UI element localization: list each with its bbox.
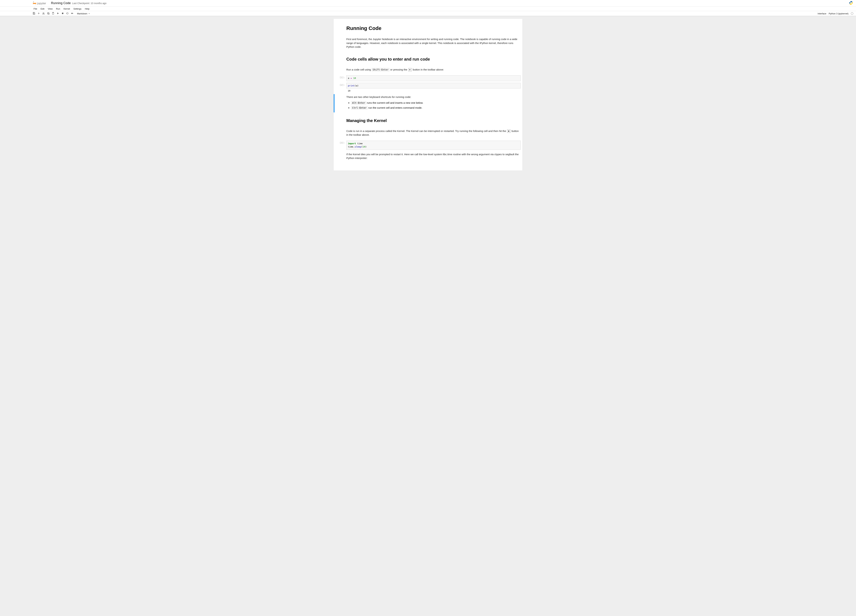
markdown-cell[interactable]: Code is run in a separate process called… [336, 128, 520, 139]
list-item: Alt-Enter runs the current cell and inse… [351, 100, 520, 105]
run-button[interactable] [56, 11, 60, 15]
text: run the current cell and enters command … [368, 106, 422, 109]
code-token: import [348, 142, 356, 145]
text: button in the toolbar above: [412, 68, 444, 71]
cell-prompt [336, 67, 346, 74]
run-instructions: Run a code cell using Shift-Enter or pre… [346, 68, 520, 72]
svg-rect-5 [33, 12, 34, 13]
code-cell[interactable]: [2]: print(a) 10 [336, 83, 520, 93]
menu-view[interactable]: View [46, 7, 54, 11]
menu-file[interactable]: File [32, 7, 39, 11]
svg-point-3 [850, 2, 851, 2]
markdown-cell[interactable]: Code cells allow you to enter and run co… [336, 52, 520, 65]
cut-button[interactable] [42, 11, 46, 15]
heading-running-code: Running Code [346, 25, 520, 31]
interrupt-button[interactable] [61, 11, 65, 15]
menu-run[interactable]: Run [54, 7, 62, 11]
code-token: (a) [354, 84, 359, 87]
cell-prompt [336, 94, 346, 112]
cell-prompt: [1]: [336, 75, 346, 81]
cell-prompt: [2]: [336, 83, 346, 92]
code-token: time. [348, 146, 354, 148]
svg-text:jupyter: jupyter [37, 2, 46, 5]
code-token: 10 [353, 77, 356, 79]
toolbar: Markdown Interface Python 3 (ipykernel) [0, 11, 856, 16]
markdown-cell[interactable]: Managing the Kernel [336, 114, 520, 127]
code-token: print [348, 84, 354, 87]
kernel-explanation: Code is run in a separate process called… [346, 129, 520, 137]
svg-point-4 [851, 4, 852, 5]
cell-prompt [336, 151, 346, 162]
kbd-alt-enter: Alt-Enter [351, 101, 366, 104]
markdown-cell[interactable]: Running Code [336, 22, 520, 35]
kernel-name[interactable]: Python 3 (ipykernel) [828, 12, 848, 15]
code-token: 10 [363, 146, 365, 148]
code-input[interactable]: a = 10 [346, 75, 520, 81]
cell-type-label: Markdown [77, 12, 87, 15]
shortcuts-intro: There are two other keyboard shortcuts f… [346, 95, 520, 99]
svg-marker-19 [71, 13, 72, 14]
text: Code is run in a separate process called… [346, 129, 507, 132]
menu-edit[interactable]: Edit [39, 7, 46, 11]
svg-marker-17 [57, 12, 59, 14]
svg-rect-18 [62, 13, 63, 14]
text: runs the current cell and inserts a new … [366, 101, 423, 104]
cell-prompt [336, 128, 346, 139]
kbd-shift-enter: Shift-Enter [372, 68, 390, 71]
code-token: ( [361, 146, 363, 148]
menu-help[interactable]: Help [83, 7, 91, 11]
paste-button[interactable] [51, 11, 55, 15]
menu-kernel[interactable]: Kernel [62, 7, 72, 11]
code-token: sleep [354, 146, 361, 148]
segfault-paragraph: If the Kernel dies you will be prompted … [346, 152, 520, 160]
list-item: Ctrl-Enter run the current cell and ente… [351, 105, 520, 110]
code-cell[interactable]: [1]: a = 10 [336, 75, 520, 81]
svg-rect-22 [508, 131, 509, 132]
code-token: time [356, 142, 363, 145]
shortcuts-list: Alt-Enter runs the current cell and inse… [351, 100, 520, 110]
kernel-status-idle-icon [851, 12, 853, 15]
save-button[interactable] [32, 11, 36, 15]
copy-icon [47, 12, 50, 15]
code-cell[interactable]: [3]: import time time.sleep(10) [336, 140, 520, 150]
stop-icon [61, 12, 64, 15]
code-token: ) [365, 146, 367, 148]
fast-forward-icon [71, 12, 74, 15]
play-icon [57, 12, 59, 15]
markdown-cell[interactable]: If the Kernel dies you will be prompted … [336, 151, 520, 163]
markdown-cell[interactable]: First and foremost, the Jupyter Notebook… [336, 36, 520, 51]
svg-point-0 [33, 2, 34, 2]
code-token: a [348, 77, 351, 79]
markdown-cell[interactable]: Run a code cell using Shift-Enter or pre… [336, 66, 520, 74]
heading-code-cells: Code cells allow you to enter and run co… [346, 57, 520, 61]
chevron-down-icon [87, 12, 90, 15]
cell-prompt: [3]: [336, 141, 346, 150]
restart-button[interactable] [65, 11, 69, 15]
cell-type-select[interactable]: Markdown [76, 12, 91, 15]
add-cell-button[interactable] [37, 11, 41, 15]
plus-icon [37, 12, 40, 15]
heading-managing-kernel: Managing the Kernel [346, 118, 520, 123]
cell-output: 10 [346, 89, 520, 92]
python-logo-icon [849, 1, 853, 6]
cell-prompt [336, 22, 346, 35]
svg-rect-13 [48, 12, 49, 14]
svg-rect-14 [48, 13, 49, 14]
code-input[interactable]: print(a) [346, 83, 520, 89]
interface-label[interactable]: Interface [818, 12, 827, 15]
markdown-cell-active[interactable]: There are two other keyboard shortcuts f… [336, 94, 520, 113]
menu-settings[interactable]: Settings [72, 7, 83, 11]
notebook-scroll-area[interactable]: Running Code First and foremost, the Jup… [0, 16, 856, 171]
save-icon [32, 12, 35, 15]
jupyter-logo[interactable]: jupyter [32, 1, 49, 5]
code-input[interactable]: import time time.sleep(10) [346, 141, 520, 150]
svg-point-1 [35, 5, 36, 5]
kbd-ctrl-enter: Ctrl-Enter [351, 106, 368, 109]
copy-button[interactable] [46, 11, 50, 15]
checkpoint-text: Last Checkpoint: 10 months ago [72, 2, 106, 5]
paste-icon [52, 12, 54, 15]
restart-run-all-button[interactable] [70, 11, 74, 15]
notebook-header: jupyter Running Code Last Checkpoint: 10… [0, 0, 856, 6]
menu-bar: File Edit View Run Kernel Settings Help [0, 6, 856, 11]
notebook-title[interactable]: Running Code [51, 2, 71, 5]
